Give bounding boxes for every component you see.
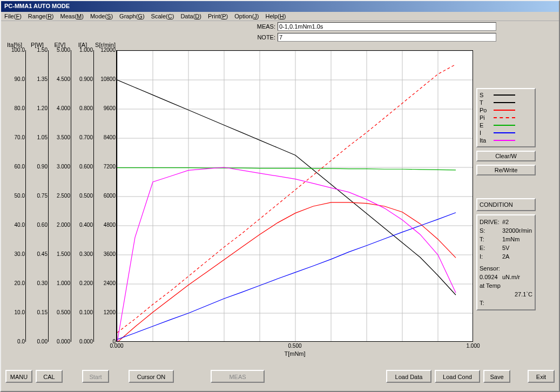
menu-item-3[interactable]: Mode(S) — [90, 13, 113, 19]
y-tick: 12000 — [94, 47, 116, 53]
y-axis-P: P[W]1.501.351.201.050.900.750.600.450.30… — [26, 43, 49, 345]
menu-item-2[interactable]: Meas(M) — [60, 13, 84, 19]
cal-button[interactable]: CAL — [36, 370, 63, 383]
y-tick: 9600 — [94, 105, 116, 111]
y-tick: 4.500 — [49, 76, 70, 82]
y-tick: 0.45 — [26, 251, 48, 257]
menu-item-7[interactable]: Print(P) — [208, 13, 228, 19]
legend-label: T — [480, 99, 491, 106]
cursor-on-button[interactable]: Cursor ON — [129, 370, 174, 383]
legend-swatch — [494, 125, 515, 126]
meas-label: MEAS: — [251, 23, 275, 30]
x-axis-label: T[mNm] — [117, 350, 473, 357]
y-tick: 1.500 — [49, 251, 70, 257]
menu-item-0[interactable]: File(F) — [4, 13, 22, 19]
manu-button[interactable]: MANU — [5, 370, 32, 383]
clear-button[interactable]: Clear/W — [476, 151, 536, 161]
y-axes: Ita[%]100.090.080.070.060.050.040.030.02… — [3, 43, 117, 367]
y-tick: 10.0 — [3, 309, 25, 315]
menu-item-8[interactable]: Option(J) — [234, 13, 259, 19]
legend-swatch — [494, 132, 515, 133]
y-tick: 0.600 — [71, 164, 93, 170]
y-tick: 0.15 — [26, 309, 48, 315]
legend-item-Pi: Pi — [480, 114, 532, 121]
y-tick: 1.20 — [26, 105, 48, 111]
y-tick: 0.0 — [3, 339, 25, 344]
y-tick: 2.500 — [49, 193, 70, 199]
cond-drive-v: #2 — [502, 218, 509, 226]
y-tick: 0.800 — [71, 105, 93, 111]
y-tick: 7200 — [94, 164, 116, 170]
legend-label: S — [480, 92, 491, 98]
meas-row: MEAS: — [1, 21, 559, 32]
y-tick: 0.900 — [71, 76, 93, 82]
legend-label: Ita — [480, 137, 491, 144]
cond-temp-k: at Temp — [480, 281, 501, 290]
series-I — [117, 213, 456, 340]
menu-item-4[interactable]: Graph(G) — [119, 13, 144, 19]
condition-header-panel: CONDITION — [476, 198, 536, 211]
y-tick: 3.500 — [49, 134, 70, 140]
menu-item-9[interactable]: Help(H) — [265, 13, 286, 19]
y-tick: 0.400 — [71, 222, 93, 228]
note-row: NOTE: — [1, 32, 559, 43]
window-title: PC-MMA1 AUTO MODE — [4, 3, 70, 9]
series-E — [117, 168, 456, 170]
y-tick: 4.000 — [49, 105, 70, 111]
y-axis-E: E[V]5.0004.5004.0003.5003.0002.5002.0001… — [49, 43, 71, 345]
y-tick: 1200 — [94, 309, 116, 315]
menu-item-5[interactable]: Scale(C) — [151, 13, 174, 19]
cond-sensor-k: Sensor: — [480, 264, 500, 273]
series-Pi — [117, 64, 456, 333]
x-tick: 1.000 — [462, 343, 484, 349]
note-input[interactable] — [278, 33, 496, 42]
chart-area: 0.0000.5001.000 T[mNm] — [117, 43, 473, 367]
exit-button[interactable]: Exit — [528, 370, 555, 383]
menu-item-6[interactable]: Data(D) — [180, 13, 201, 19]
menu-item-1[interactable]: Range(R) — [28, 13, 54, 19]
condition-panel: DRIVE:#2 S:32000r/min T:1mNm E:5V I:2A S… — [476, 214, 536, 310]
cond-t-k: T: — [480, 235, 501, 244]
save-button[interactable]: Save — [483, 370, 510, 383]
y-tick: 60.0 — [3, 164, 25, 170]
cond-e-k: E: — [480, 244, 501, 252]
x-tick: 0.500 — [284, 343, 306, 349]
legend-item-I: I — [480, 129, 532, 137]
legend-swatch — [494, 140, 515, 141]
y-tick: 4800 — [94, 222, 116, 228]
start-button[interactable]: Start — [82, 370, 109, 383]
menubar: File(F)Range(R)Meas(M)Mode(S)Graph(G)Sca… — [1, 12, 559, 21]
load-cond-button[interactable]: Load Cond — [435, 370, 480, 383]
y-tick: 0.000 — [71, 339, 93, 344]
legend-box: STPoPiEIIta — [476, 88, 536, 147]
y-tick: 5.000 — [49, 47, 70, 53]
legend-swatch — [494, 117, 515, 118]
y-tick: 10800 — [94, 76, 116, 82]
y-tick: 2.000 — [49, 222, 70, 228]
legend-label: Po — [480, 107, 491, 113]
cond-t-v: 1mNm — [502, 235, 519, 244]
y-tick: 40.0 — [3, 222, 25, 228]
series-S — [117, 80, 456, 295]
y-tick: 80.0 — [3, 105, 25, 111]
legend-item-T: T — [480, 99, 532, 106]
y-tick: 0.90 — [26, 164, 48, 170]
legend-swatch — [494, 110, 515, 111]
y-tick: 0.000 — [49, 339, 70, 344]
load-data-button[interactable]: Load Data — [386, 370, 431, 383]
cond-s-v: 32000r/min — [502, 226, 532, 235]
legend-swatch — [494, 94, 515, 96]
main-content: Ita[%]100.090.080.070.060.050.040.030.02… — [1, 43, 559, 367]
y-tick: 6000 — [94, 193, 116, 199]
y-tick: 100.0 — [3, 47, 25, 53]
rewrite-button[interactable]: Re/Write — [476, 165, 536, 175]
cond-i-v: 2A — [502, 252, 509, 261]
cond-temp-v: 27.1`C — [515, 290, 532, 299]
y-tick: 1.05 — [26, 134, 48, 140]
legend-item-S: S — [480, 91, 532, 99]
y-tick: 0.30 — [26, 280, 48, 286]
y-tick: 0.300 — [71, 251, 93, 257]
y-axis-S: S[r/min]12000108009600840072006000480036… — [94, 43, 117, 345]
meas-button[interactable]: MEAS — [211, 370, 265, 383]
meas-input[interactable] — [278, 22, 496, 31]
